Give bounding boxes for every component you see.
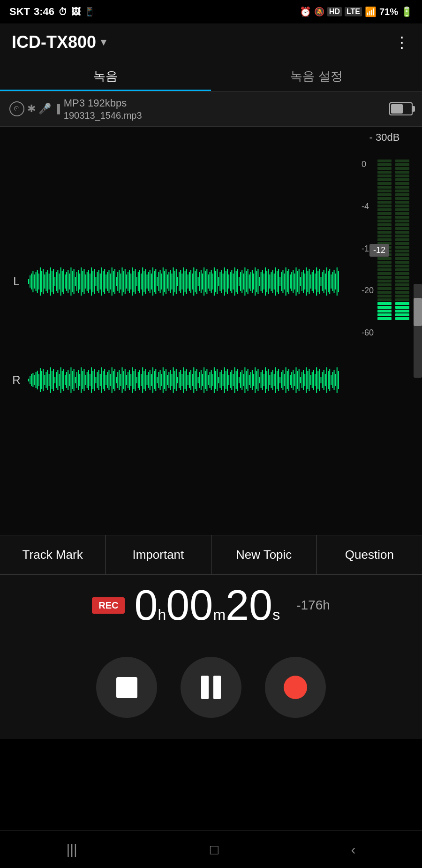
svg-rect-13 [47,270,48,293]
nav-back-button[interactable]: ‹ [351,842,356,858]
svg-rect-57 [112,267,113,296]
svg-rect-175 [284,274,285,289]
svg-rect-6 [37,270,38,293]
svg-rect-303 [160,370,161,390]
svg-rect-167 [272,270,273,293]
alarm-icon: ⏰ [300,6,311,17]
svg-rect-390 [287,371,288,389]
svg-rect-12 [45,272,46,291]
svg-rect-228 [50,367,51,393]
svg-rect-277 [122,367,123,393]
svg-rect-234 [59,374,60,386]
stop-button[interactable] [96,657,157,718]
svg-rect-93 [164,271,165,292]
track-mark-button[interactable]: Track Mark [0,535,106,574]
svg-rect-122 [206,269,207,294]
svg-rect-73 [135,269,136,294]
scroll-thumb[interactable] [414,298,422,326]
svg-rect-190 [306,267,307,296]
status-bar: SKT 3:46 ⏱ 🖼 📱 ⏰ 🔕 HD LTE 📶 71% 🔋 [0,0,422,23]
svg-rect-150 [248,269,249,294]
svg-rect-337 [210,372,211,388]
svg-rect-82 [148,272,149,291]
more-menu-icon[interactable]: ⋮ [394,33,410,51]
rec-badge: REC [92,597,125,614]
svg-rect-34 [78,270,79,293]
svg-rect-50 [101,267,102,296]
svg-rect-364 [249,375,250,385]
svg-rect-246 [76,372,77,388]
svg-rect-257 [92,371,93,389]
svg-rect-301 [157,377,158,383]
scrollbar[interactable] [414,284,422,378]
stop-icon [116,677,137,698]
new-topic-button[interactable]: New Topic [211,535,317,574]
dropdown-arrow-icon[interactable]: ▾ [101,36,106,48]
timer-area: REC 0 h 00 m 20 s -176h [0,575,422,636]
svg-rect-216 [32,373,33,387]
question-button[interactable]: Question [317,535,422,574]
svg-rect-81 [146,274,147,289]
svg-rect-245 [75,377,76,383]
tab-recording[interactable]: 녹음 [0,61,211,91]
meter-container: 0 -4 -12 -20 -60 [360,160,409,338]
svg-rect-72 [133,271,134,292]
svg-rect-306 [164,371,165,389]
svg-rect-106 [183,267,184,296]
svg-rect-103 [179,272,180,291]
svg-rect-10 [43,269,44,294]
svg-rect-372 [261,372,262,388]
svg-rect-298 [152,367,153,393]
svg-rect-47 [97,272,98,291]
svg-rect-361 [244,367,245,393]
svg-rect-374 [264,374,264,386]
tab-recording-settings[interactable]: 녹음 설정 [211,61,422,91]
svg-rect-107 [185,271,186,292]
svg-rect-145 [240,272,241,291]
record-button[interactable] [265,657,326,718]
nav-menu-button[interactable]: ||| [66,842,77,858]
svg-rect-263 [101,367,102,393]
svg-rect-363 [248,369,249,391]
svg-rect-207 [331,274,332,289]
pause-button[interactable] [181,657,241,718]
svg-rect-369 [256,371,257,389]
svg-rect-352 [231,370,232,390]
svg-rect-278 [123,371,124,389]
svg-rect-97 [170,270,171,293]
svg-rect-295 [148,372,149,388]
svg-rect-239 [66,372,67,388]
svg-rect-405 [309,369,310,391]
svg-rect-133 [223,274,224,289]
svg-rect-21 [59,274,60,289]
svg-rect-213 [28,379,29,381]
svg-rect-56 [110,274,111,289]
svg-rect-113 [193,267,194,296]
app-title-group[interactable]: ICD-TX800 ▾ [12,32,106,52]
svg-rect-296 [150,370,151,390]
nav-home-button[interactable]: □ [210,842,219,858]
svg-rect-141 [234,267,235,296]
svg-rect-253 [87,372,88,388]
svg-rect-291 [142,367,143,393]
svg-rect-205 [328,271,329,292]
asterisk-icon: ✱ [27,103,36,115]
svg-rect-255 [90,374,90,386]
svg-rect-340 [214,367,215,393]
svg-rect-230 [53,369,54,391]
controls-area [0,636,422,739]
svg-rect-236 [62,371,63,389]
svg-rect-266 [106,375,106,385]
svg-rect-67 [126,274,127,289]
svg-rect-91 [161,274,162,289]
svg-rect-83 [150,270,151,293]
svg-rect-51 [103,271,104,292]
svg-rect-385 [279,377,280,383]
svg-rect-138 [230,272,231,291]
important-button[interactable]: Important [106,535,211,574]
svg-rect-417 [326,367,327,393]
svg-rect-46 [95,277,96,286]
svg-rect-76 [139,270,140,293]
svg-rect-92 [163,267,164,296]
svg-rect-132 [221,270,222,293]
